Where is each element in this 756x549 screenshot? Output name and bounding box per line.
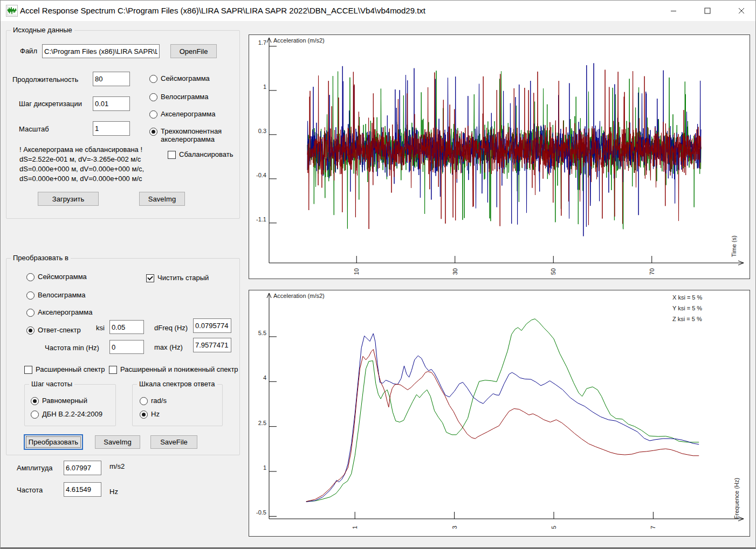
legend-item: Y ksi = 5 % — [672, 305, 702, 311]
radio-circle — [26, 309, 35, 317]
accelerogram-chart: 1.710.3-0.4-1.110305070Acceleration (m/s… — [249, 35, 750, 279]
frequency-unit: Hz — [109, 488, 118, 496]
convert-radio-accelerogram[interactable]: Акселерограмма — [26, 308, 92, 317]
step-label: Шаг дискретизации — [19, 100, 82, 108]
svg-text:Acceleration (m/s2): Acceleration (m/s2) — [273, 293, 325, 299]
radio-label: Равномерный — [42, 397, 87, 405]
title-bar: Accel Response Spectrum C:\Program Files… — [1, 1, 755, 21]
radio-label: Велосиграмма — [161, 93, 209, 101]
response-spectrum-chart: 5.542.51-0.51357Acceleration (m/s2)Frequ… — [249, 290, 750, 536]
radio-circle — [149, 93, 157, 101]
radio-circle — [149, 128, 157, 136]
radio-circle — [149, 110, 157, 119]
svg-text:-1.1: -1.1 — [256, 216, 266, 223]
window-title: Accel Response Spectrum C:\Program Files… — [20, 6, 425, 15]
series-line-X-ksi-5- — [306, 319, 699, 502]
scale-radio-hz[interactable]: Hz — [140, 410, 160, 419]
convert-radio-seismogram[interactable]: Сейсмограмма — [26, 273, 87, 281]
warning-line-3: dS=0.000e+000 м, dV=0.000e+000 м/с, — [19, 165, 144, 173]
radio-circle — [31, 397, 39, 405]
ksi-input[interactable] — [109, 320, 144, 334]
dfreq-input[interactable] — [193, 318, 231, 333]
radio-label: Велосиграмма — [38, 291, 86, 299]
freq-max-label: max (Hz) — [154, 343, 183, 351]
convert-radio-response-spectrum[interactable]: Ответ-спектр — [26, 326, 81, 335]
frequency-input[interactable] — [64, 482, 101, 497]
svg-text:3: 3 — [451, 526, 458, 529]
extended-lowered-spectrum-checkbox[interactable]: Расширенный и пониженный спектр — [109, 365, 238, 374]
scale-radio-rads[interactable]: rad/s — [140, 397, 167, 405]
convert-saveimg-button[interactable]: SaveImg — [95, 435, 140, 449]
checkbox-label: Расширенный и пониженный спектр — [120, 365, 238, 373]
step-input[interactable] — [93, 96, 130, 111]
scale-input[interactable] — [93, 121, 130, 136]
svg-text:-0.4: -0.4 — [256, 172, 266, 178]
radio-label: Акселерограмма — [161, 110, 215, 118]
radio-label: Hz — [151, 410, 160, 418]
checkbox-label: Сбалансировать — [179, 150, 233, 158]
svg-text:70: 70 — [649, 268, 655, 275]
freq-step-groupbox: Шаг частоты — [24, 384, 116, 426]
balance-checkbox[interactable]: Сбалансировать — [168, 150, 233, 159]
open-file-button[interactable]: OpenFile — [170, 44, 217, 58]
close-button[interactable] — [729, 1, 754, 21]
freq-step-radio-uniform[interactable]: Равномерный — [31, 397, 87, 405]
svg-text:4: 4 — [263, 374, 266, 381]
svg-text:0.3: 0.3 — [258, 128, 266, 134]
legend-item: Z ksi = 5 % — [672, 316, 702, 322]
warning-line-4: dS=0.000e+000 м, dV=0.000e+000 м/с — [19, 175, 142, 183]
radio-circle — [26, 291, 35, 300]
radio-label: Ответ-спектр — [38, 326, 81, 334]
legend-item: X ksi = 5 % — [672, 294, 703, 301]
clear-old-checkbox[interactable]: Чистить старый — [146, 274, 209, 282]
source-saveimg-button[interactable]: SaveImg — [139, 192, 185, 206]
file-label: Файл — [20, 47, 37, 55]
freq-step-radio-dbn[interactable]: ДБН В.2.2-24:2009 — [31, 410, 102, 419]
svg-text:1: 1 — [263, 464, 266, 471]
savefile-button[interactable]: SaveFile — [150, 435, 197, 449]
svg-text:5.5: 5.5 — [258, 330, 266, 336]
frequency-label: Частота — [17, 486, 43, 494]
source-radio-accelerogram[interactable]: Акселерограмма — [149, 110, 215, 119]
checkbox-box — [24, 366, 32, 374]
warning-line-1: ! Акселерограма не сбалансирована ! — [19, 145, 142, 154]
dfreq-label: dFreq (Hz) — [154, 324, 188, 332]
svg-text:1.7: 1.7 — [258, 39, 266, 46]
extended-spectrum-checkbox[interactable]: Расширенный спектр — [24, 365, 105, 374]
scale-group-title: Шкала спектров ответа — [137, 380, 217, 388]
convert-radio-velosigram[interactable]: Велосиграмма — [26, 291, 86, 300]
app-window: Accel Response Spectrum C:\Program Files… — [0, 0, 756, 549]
source-radio-seismogram[interactable]: Сейсмограмма — [149, 74, 210, 83]
scale-groupbox: Шкала спектров ответа — [132, 384, 223, 426]
source-radio-velosigram[interactable]: Велосиграмма — [149, 93, 209, 101]
maximize-button[interactable] — [695, 1, 720, 21]
series-line-Z-ksi-5- — [306, 350, 699, 502]
accelerogram-chart-panel: 1.710.3-0.4-1.110305070Acceleration (m/s… — [249, 34, 750, 279]
scale-label: Масштаб — [19, 125, 49, 133]
radio-label: ДБН В.2.2-24:2009 — [42, 410, 102, 418]
waveform-chart-icon — [6, 5, 18, 17]
minimize-icon — [670, 8, 677, 14]
warning-line-2: dS=2.522e-001 м, dV=-3.265e-002 м/с — [19, 155, 141, 163]
duration-input[interactable] — [93, 72, 130, 86]
minimize-button[interactable] — [661, 1, 686, 21]
checkbox-box — [109, 366, 117, 374]
load-button[interactable]: Загрузить — [38, 192, 99, 206]
svg-text:1: 1 — [352, 526, 358, 529]
convert-button[interactable]: Преобразовать — [24, 435, 83, 449]
amplitude-input[interactable] — [64, 461, 101, 475]
freq-min-input[interactable] — [109, 340, 144, 354]
radio-label: Акселерограмма — [38, 308, 92, 316]
radio-circle — [140, 411, 148, 419]
duration-label: Продолжительность — [12, 75, 78, 84]
file-path-input[interactable] — [42, 44, 160, 58]
client-area: Исходные данные Файл OpenFile Продолжите… — [1, 21, 755, 548]
close-icon — [738, 8, 745, 14]
radio-circle — [31, 411, 39, 419]
window-bottom-edge — [1, 547, 755, 548]
source-data-group-title: Исходные данные — [11, 26, 74, 34]
freq-min-label: Частота min (Hz) — [45, 344, 99, 352]
freq-max-input[interactable] — [193, 338, 231, 352]
checkbox-label: Чистить старый — [157, 274, 209, 282]
source-radio-three-component[interactable]: Трехкомпонентная акселерограмма — [149, 127, 230, 143]
